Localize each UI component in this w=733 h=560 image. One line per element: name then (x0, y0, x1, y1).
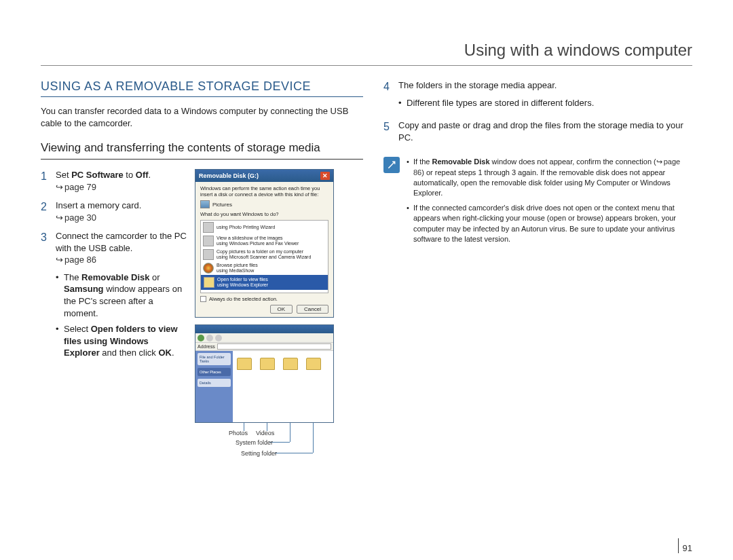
dialog-option[interactable]: Copy pictures to a folder on my computer… (201, 248, 328, 261)
up-icon[interactable] (215, 335, 222, 341)
step-1: 1 Set PC Software to Off. page 79 (41, 169, 187, 193)
note-item: If the Removable Disk window does not ap… (407, 157, 692, 199)
removable-disk-dialog: Removable Disk (G:) ✕ Windows can perfor… (195, 169, 334, 318)
dialog-option-selected[interactable]: Open folder to view filesusing Windows E… (201, 275, 328, 290)
folder-callouts: Photos Videos System folder Setting fold… (195, 423, 334, 470)
folder-setting[interactable] (306, 358, 321, 370)
dialog-intro: Windows can perform the same action each… (200, 185, 328, 198)
page-ref: page 86 (56, 255, 96, 265)
step-3: 3 Connect the camcorder to the PC with t… (41, 230, 187, 362)
address-field[interactable] (217, 343, 331, 350)
bullet: Select Open folders to view files using … (56, 323, 187, 359)
text: . (149, 170, 151, 180)
opt-text: using Photo Printing Wizard (217, 225, 275, 230)
step-5: 5 Copy and paste or drag and drop the fi… (383, 119, 692, 143)
text: The folders in the storage media appear. (398, 80, 557, 90)
pictures-label: Pictures (212, 202, 232, 208)
opt-sub: using Windows Picture and Fax Viewer (217, 241, 299, 246)
left-column: USING AS A REMOVABLE STORAGE DEVICE You … (41, 79, 363, 470)
bold: Samsung (64, 284, 104, 294)
ok-button[interactable]: OK (270, 305, 293, 314)
step-body: Set PC Software to Off. page 79 (56, 169, 187, 193)
text: and then click (100, 348, 159, 358)
sub-bullets: The Removable Disk or Samsung window app… (56, 272, 187, 359)
note-item: If the connected camcorder's disk drive … (407, 203, 692, 245)
close-icon[interactable]: ✕ (320, 172, 330, 180)
bold: PC Software (71, 170, 124, 180)
checkbox-label: Always do the selected action. (209, 296, 278, 302)
dialog-option[interactable]: Browse picture filesusing MediaShow (201, 261, 328, 275)
forward-icon[interactable] (206, 335, 213, 341)
text: Set (56, 170, 71, 180)
dialog-option[interactable]: View a slideshow of the imagesusing Wind… (201, 234, 328, 248)
folder-icon (204, 277, 214, 288)
manual-page: Using with a windows computer USING AS A… (0, 0, 733, 470)
explorer-titlebar (195, 325, 333, 333)
step-2: 2 Insert a memory card. page 30 (41, 200, 187, 223)
callout-system: System folder (236, 439, 273, 446)
text: Select (64, 324, 91, 334)
note-bullets: If the Removable Disk window does not ap… (407, 157, 692, 248)
page-title: Using with a windows computer (41, 41, 692, 66)
step-number: 1 (41, 169, 50, 193)
text: ) or repeat steps 1 through 3 again. If … (413, 168, 671, 198)
picture-icon (200, 200, 210, 208)
bold: Removable Disk (81, 272, 149, 282)
opt-text: Browse picture files (217, 263, 258, 268)
dialog-prompt: What do you want Windows to do? (200, 211, 328, 217)
note-icon (383, 157, 400, 173)
explorer-main (233, 351, 333, 422)
step-4: 4 The folders in the storage media appea… (383, 79, 692, 113)
step-body: The folders in the storage media appear.… (398, 79, 692, 113)
dialog-options-list[interactable]: using Photo Printing Wizard View a slide… (200, 220, 328, 293)
bullet: Different file types are stored in diffe… (398, 97, 692, 109)
page-ref: page 79 (56, 182, 96, 192)
step-number: 3 (41, 230, 50, 362)
opt-text: View a slideshow of the images (217, 236, 299, 241)
back-icon[interactable] (198, 335, 204, 341)
callout-photos: Photos (229, 430, 248, 436)
opt-sub: using Windows Explorer (217, 282, 268, 288)
callout-videos: Videos (256, 430, 274, 436)
right-column: 4 The folders in the storage media appea… (383, 79, 692, 470)
section-title: USING AS A REMOVABLE STORAGE DEVICE (41, 79, 363, 97)
dialog-filetype: Pictures (200, 200, 328, 208)
content-columns: USING AS A REMOVABLE STORAGE DEVICE You … (41, 79, 692, 470)
step-number: 2 (41, 200, 50, 223)
dialog-titlebar: Removable Disk (G:) ✕ (195, 170, 333, 182)
scanner-icon (203, 249, 214, 260)
text: If the (413, 157, 432, 166)
left-body: 1 Set PC Software to Off. page 79 2 Inse… (41, 169, 363, 470)
screenshot-stack: Removable Disk (G:) ✕ Windows can perfor… (195, 169, 363, 470)
dialog-checkbox-row[interactable]: Always do the selected action. (200, 296, 328, 302)
explorer-addressbar: Address (195, 343, 333, 351)
folder-icon (237, 358, 252, 370)
explorer-toolbar (195, 333, 333, 343)
bullet: The Removable Disk or Samsung window app… (56, 272, 187, 319)
page-number: 91 (678, 538, 692, 553)
folder-videos[interactable] (260, 358, 275, 370)
explorer-sidebar: File and Folder Tasks Other Places Detai… (195, 351, 233, 422)
page-ref: page 30 (56, 212, 96, 223)
text: window does not appear, confirm the conn… (490, 157, 656, 166)
step-number: 4 (383, 79, 393, 113)
intro-text: You can transfer recorded data to a Wind… (41, 105, 363, 129)
step-number: 5 (383, 119, 393, 143)
cancel-button[interactable]: Cancel (297, 305, 328, 314)
opt-text: Copy pictures to a folder on my computer (217, 249, 311, 255)
note-box: If the Removable Disk window does not ap… (383, 157, 692, 248)
sidebar-other: Other Places (198, 368, 231, 376)
subsection-title: Viewing and transferring the contents of… (41, 141, 363, 160)
folder-photos[interactable] (237, 358, 252, 370)
bold: Removable Disk (432, 157, 490, 166)
dialog-option[interactable]: using Photo Printing Wizard (201, 221, 328, 234)
explorer-body: File and Folder Tasks Other Places Detai… (195, 351, 333, 422)
step-body: Insert a memory card. page 30 (56, 200, 187, 223)
folder-system[interactable] (283, 358, 298, 370)
folder-icon (283, 358, 298, 370)
opt-text: Open folder to view files (217, 277, 268, 282)
text: Connect the camcorder to the PC with the… (56, 231, 187, 253)
step-body: Connect the camcorder to the PC with the… (56, 230, 187, 362)
dialog-buttons: OK Cancel (200, 305, 328, 314)
checkbox-icon[interactable] (200, 296, 206, 302)
